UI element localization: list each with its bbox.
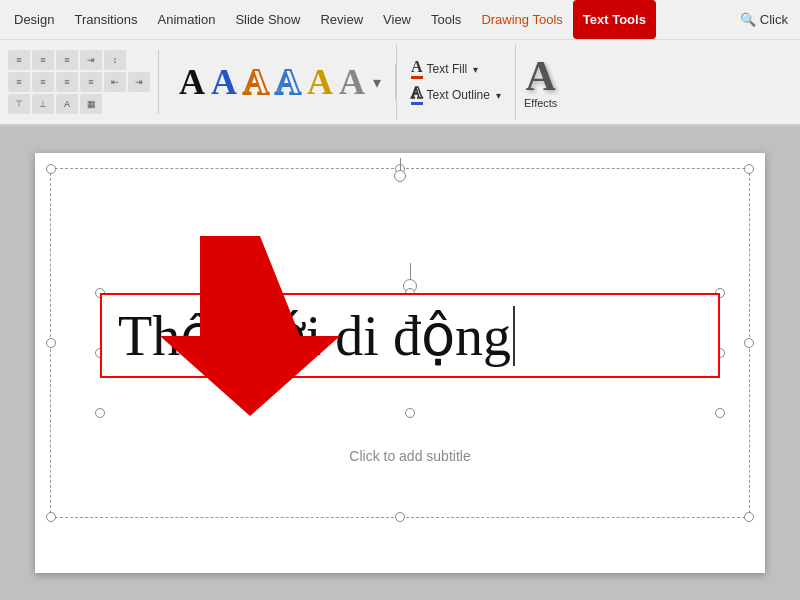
menu-slideshow[interactable]: Slide Show — [225, 0, 310, 39]
frame-handle-bl[interactable] — [46, 512, 56, 522]
text-dir-icon[interactable]: A — [56, 94, 78, 114]
align-right-icon[interactable]: ≡ — [56, 72, 78, 92]
font-letter-blue[interactable]: A — [211, 64, 237, 100]
canvas-area: Thế giới di động Click to add subtitle — [0, 126, 800, 600]
text-box-container[interactable]: Thế giới di động — [100, 293, 720, 413]
frame-handle-tl[interactable] — [46, 164, 56, 174]
text-outline-option[interactable]: A Text Outline ▾ — [407, 83, 505, 107]
text-outline-label: Text Outline — [427, 88, 490, 102]
font-letter-gray[interactable]: A — [339, 64, 365, 100]
main-text-content[interactable]: Thế giới di động — [118, 303, 702, 368]
subtitle-placeholder[interactable]: Click to add subtitle — [100, 448, 720, 464]
menu-drawing-tools[interactable]: Drawing Tools — [471, 0, 572, 39]
rotation-handle-outer[interactable] — [394, 158, 406, 182]
handle-br[interactable] — [715, 408, 725, 418]
toolbar-row-2: ≡ ≡ ≡ ≡ ⇤ ⇥ — [8, 72, 150, 92]
menu-tools[interactable]: Tools — [421, 0, 471, 39]
effects-icon: A — [525, 55, 555, 97]
frame-handle-bc[interactable] — [395, 512, 405, 522]
search-button[interactable]: 🔍 Click — [732, 8, 796, 31]
font-letter-blue-outline[interactable]: A — [275, 64, 301, 100]
text-box[interactable]: Thế giới di động — [100, 293, 720, 378]
handle-bl[interactable] — [95, 408, 105, 418]
valign-icon-2[interactable]: ⊥ — [32, 94, 54, 114]
font-letter-black[interactable]: A — [179, 64, 205, 100]
text-fill-option[interactable]: A Text Fill ▾ — [407, 57, 505, 81]
indent-icon-2[interactable]: ⇤ — [104, 72, 126, 92]
menu-bar: Design Transitions Animation Slide Show … — [0, 0, 800, 40]
text-fill-icon: A — [411, 59, 423, 79]
frame-handle-mr[interactable] — [744, 338, 754, 348]
font-styles: A A A A A A ▾ — [167, 64, 396, 100]
text-outline-arrow: ▾ — [496, 90, 501, 101]
frame-handle-br[interactable] — [744, 512, 754, 522]
menu-text-tools[interactable]: Text Tools — [573, 0, 656, 39]
column-icon[interactable]: ▦ — [80, 94, 102, 114]
font-letter-orange-outline[interactable]: A — [243, 64, 269, 100]
menu-design[interactable]: Design — [4, 0, 64, 39]
frame-handle-ml[interactable] — [46, 338, 56, 348]
menu-animation[interactable]: Animation — [148, 0, 226, 39]
menu-right: 🔍 Click — [732, 8, 796, 31]
handle-bc[interactable] — [405, 408, 415, 418]
text-cursor — [513, 306, 515, 366]
toolbar: ≡ ≡ ≡ ⇥ ↕ ≡ ≡ ≡ ≡ ⇤ ⇥ ⊤ ⊥ A ▦ A — [0, 40, 800, 125]
text-outline-icon: A — [411, 85, 423, 105]
alignment-toolbar: ≡ ≡ ≡ ⇥ ↕ ≡ ≡ ≡ ≡ ⇤ ⇥ ⊤ ⊥ A ▦ — [8, 50, 159, 114]
effects-column[interactable]: A Effects — [515, 44, 565, 120]
valign-icon-1[interactable]: ⊤ — [8, 94, 30, 114]
scroll-down-arrow[interactable]: ▾ — [371, 73, 383, 92]
align-center-icon[interactable]: ≡ — [32, 72, 54, 92]
menu-review[interactable]: Review — [310, 0, 373, 39]
font-letter-gold[interactable]: A — [307, 64, 333, 100]
align-justify-icon[interactable]: ≡ — [80, 72, 102, 92]
text-fill-arrow: ▾ — [473, 64, 478, 75]
text-formatting-options: A Text Fill ▾ A Text Outline ▾ — [396, 44, 515, 120]
main-text-span: Thế giới di động — [118, 303, 511, 368]
list-icon-1[interactable]: ≡ — [8, 50, 30, 70]
toolbar-row-3: ⊤ ⊥ A ▦ — [8, 94, 150, 114]
search-icon: 🔍 — [740, 12, 756, 27]
toolbar-row-1: ≡ ≡ ≡ ⇥ ↕ — [8, 50, 150, 70]
menu-view[interactable]: View — [373, 0, 421, 39]
list-icon-2[interactable]: ≡ — [32, 50, 54, 70]
text-fill-label: Text Fill — [427, 62, 468, 76]
frame-handle-tr[interactable] — [744, 164, 754, 174]
list-icon-3[interactable]: ≡ — [56, 50, 78, 70]
spacing-icon[interactable]: ↕ — [104, 50, 126, 70]
effects-label: Effects — [524, 97, 557, 109]
search-label: Click — [760, 12, 788, 27]
align-left-icon[interactable]: ≡ — [8, 72, 30, 92]
indent-icon-3[interactable]: ⇥ — [128, 72, 150, 92]
slide: Thế giới di động Click to add subtitle — [35, 153, 765, 573]
indent-icon-1[interactable]: ⇥ — [80, 50, 102, 70]
menu-transitions[interactable]: Transitions — [64, 0, 147, 39]
